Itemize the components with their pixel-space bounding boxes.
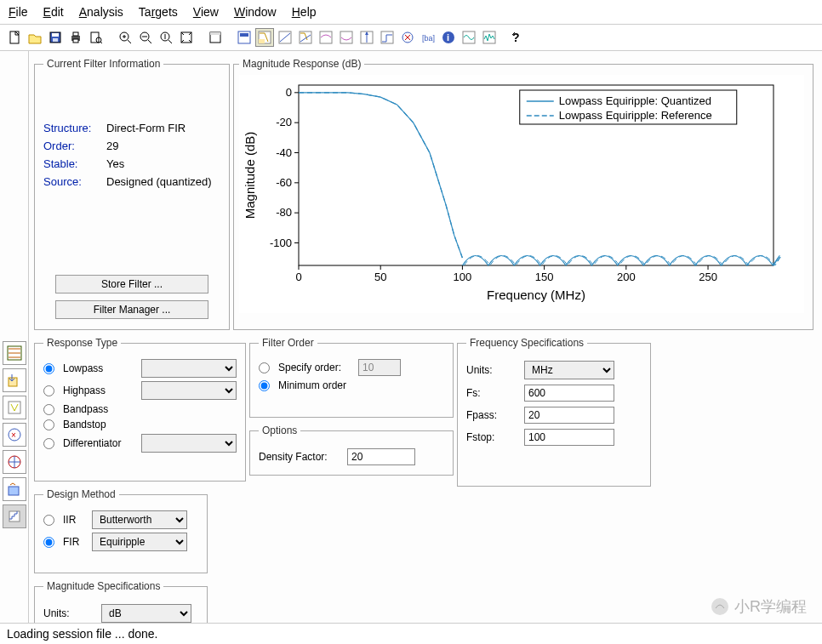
design-filter-side-icon[interactable] [3,341,26,365]
menu-targets[interactable]: Targets [139,5,178,19]
differentiator-select[interactable] [141,434,237,453]
differentiator-radio[interactable] [43,438,54,449]
source-value: Designed (quantized) [106,175,212,188]
svg-text:100: 100 [454,271,472,283]
svg-text:i: i [447,32,449,43]
lowpass-radio[interactable] [43,363,54,374]
bandpass-label: Bandpass [63,403,108,415]
menu-view[interactable]: View [193,5,219,19]
pole-zero-icon[interactable] [398,28,417,47]
group-delay-icon[interactable] [317,28,335,47]
stable-value: Yes [106,157,124,170]
noise-psd-icon[interactable] [480,28,499,47]
zoom-in-icon[interactable] [116,28,134,47]
new-icon[interactable] [5,28,24,47]
order-label: Order: [43,140,106,152]
fpass-input[interactable] [524,407,614,424]
help-icon[interactable]: ? [509,28,528,47]
svg-rect-3 [53,38,58,42]
full-view-icon[interactable] [235,28,254,47]
magnitude-est-icon[interactable] [460,28,478,47]
impulse-resp-icon[interactable] [357,28,376,47]
import-filter-icon[interactable] [3,368,26,392]
multirate-icon[interactable] [3,450,26,474]
realize-model-icon[interactable] [3,396,26,419]
phase-resp-icon[interactable] [276,28,294,47]
pole-zero-editor-icon[interactable]: × [3,423,26,447]
zoom-fit-icon[interactable] [177,28,196,47]
fvtool-icon[interactable] [206,28,225,47]
svg-rect-29 [320,31,332,43]
specify-order-input [358,359,401,376]
design-method-panel: Design Method IIRButterworth FIREquiripp… [34,488,208,573]
lowpass-select[interactable] [141,359,237,378]
differentiator-label: Differentiator [63,437,136,449]
freq-units-select[interactable]: MHz [524,361,614,379]
print-preview-icon[interactable] [87,28,106,47]
highpass-label: Highpass [63,385,136,396]
mag-phase-icon[interactable] [296,28,315,47]
step-resp-icon[interactable] [378,28,397,47]
structure-label: Structure: [43,122,106,134]
print-icon[interactable] [66,28,85,47]
svg-text:-20: -20 [276,116,292,128]
fs-input[interactable] [524,385,614,402]
structure-value: Direct-Form FIR [106,122,186,134]
svg-text:50: 50 [374,271,386,283]
specify-order-label: Specify order: [278,362,353,373]
specify-order-radio[interactable] [259,362,270,373]
menu-edit[interactable]: Edit [43,5,64,19]
status-bar: Loading session file ... done. [0,623,822,644]
minimum-order-radio[interactable] [259,380,270,391]
filter-manager-button[interactable]: Filter Manager ... [55,300,208,319]
fir-radio[interactable] [43,537,54,548]
fstop-label: Fstop: [466,431,517,443]
bandstop-label: Bandstop [63,419,106,430]
options-legend: Options [259,425,300,436]
frequency-spec-panel: Frequency Specifications Units:MHz Fs: F… [457,337,651,487]
svg-text:Lowpass Equiripple: Reference: Lowpass Equiripple: Reference [559,109,712,122]
set-quantization-icon[interactable] [3,504,26,528]
highpass-select[interactable] [141,381,237,400]
svg-rect-46 [9,402,20,413]
filter-info-icon[interactable]: i [439,28,458,47]
svg-text:-40: -40 [276,146,292,159]
mag-resp-icon[interactable] [255,28,274,47]
zoom-x-icon[interactable] [136,28,155,47]
menu-help[interactable]: Help [292,5,317,19]
magnitude-response-chart[interactable]: 0-20-40-60-80-100050100150200250Frequenc… [239,75,804,313]
menu-window[interactable]: Window [234,5,277,19]
highpass-radio[interactable] [43,385,54,396]
mag-units-label: Units: [43,607,94,619]
open-icon[interactable] [26,28,44,47]
save-icon[interactable] [46,28,65,47]
response-type-legend: Response Type [43,337,121,349]
bandstop-radio[interactable] [43,419,54,430]
svg-text:-100: -100 [270,237,292,249]
svg-text:Magnitude (dB): Magnitude (dB) [243,132,257,219]
phase-delay-icon[interactable] [337,28,356,47]
menu-file[interactable]: File [9,5,28,19]
bandpass-radio[interactable] [43,404,54,415]
zoom-y-icon[interactable] [157,28,175,47]
current-filter-info-panel: Current Filter Information Structure:Dir… [34,58,230,330]
response-type-panel: Response Type Lowpass Highpass Bandpass … [34,337,246,482]
freq-units-label: Units: [466,364,517,376]
store-filter-button[interactable]: Store Filter ... [55,275,208,294]
iir-radio[interactable] [43,515,54,526]
menu-analysis[interactable]: Analysis [79,5,123,19]
svg-rect-24 [240,33,248,37]
design-method-legend: Design Method [43,488,119,500]
svg-rect-5 [73,32,78,36]
filter-order-legend: Filter Order [259,337,317,349]
svg-text:-60: -60 [276,176,292,189]
density-factor-input[interactable] [347,448,415,465]
transform-filter-icon[interactable] [3,477,26,501]
coefficients-icon[interactable]: [ba] [419,28,437,47]
mag-units-select[interactable]: dB [101,604,191,623]
filter-info-legend: Current Filter Information [43,58,163,70]
fstop-input[interactable] [524,429,614,446]
svg-line-15 [148,40,151,43]
fir-select[interactable]: Equiripple [92,533,187,551]
iir-select[interactable]: Butterworth [92,510,187,529]
